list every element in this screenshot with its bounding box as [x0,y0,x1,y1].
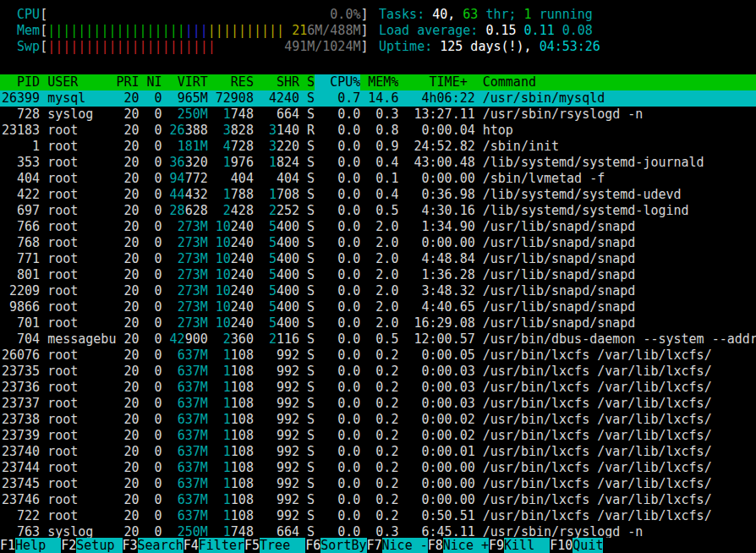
text-segment [216,39,284,54]
help-button[interactable]: F1Help [0,538,61,553]
cell-cmd: /usr/sbin/rsyslogd -n [483,107,644,123]
column-header-cpu[interactable]: CPU% [315,74,360,90]
cell-user: root [47,315,116,331]
process-row-23746[interactable]: 23746root200637M1108992S0.00.20:00.00/us… [0,492,756,508]
process-row-23738[interactable]: 23738root200637M1108992S0.00.20:00.02/us… [0,412,756,428]
cell-s: S [307,348,315,364]
process-row-23737[interactable]: 23737root200637M1108992S0.00.20:00.03/us… [0,396,756,412]
column-header-virt[interactable]: VIRT [162,74,208,90]
column-header-s[interactable]: S [307,74,315,90]
process-row-26399[interactable]: 26399mysql200965M729084240S0.714.64h06:2… [0,90,756,107]
process-row-704[interactable]: 704messagebu2004290023602116S0.00.512:00… [0,331,756,348]
text-segment: 637M [178,508,208,523]
cell-res: 10240 [208,299,254,315]
nice-minus-button[interactable]: F7Nice - [367,538,428,553]
nice-plus-button[interactable]: F8Nice + [428,538,489,553]
process-row-768[interactable]: 768root200273M102405400S0.02.00:00.00/us… [0,235,756,251]
filter-button[interactable]: F4Filter [184,538,244,553]
process-row-771[interactable]: 771root200273M102405400S0.02.04:48.84/us… [0,251,756,267]
cell-shr: 992 [254,364,299,380]
process-row-801[interactable]: 801root200273M102405400S0.02.01:36.28/us… [0,267,756,283]
process-row-23736[interactable]: 23736root200637M1108992S0.00.20:00.03/us… [0,380,756,396]
cell-user: root [47,267,116,283]
text-segment: 708 [277,187,299,202]
cell-cpu: 0.0 [315,348,360,364]
cell-pri: 20 [116,90,139,107]
column-header-pid[interactable]: PID [2,74,40,90]
sortby-button[interactable]: F6SortBy [305,538,366,553]
quit-button[interactable]: F10Quit [550,538,603,553]
text-segment: 992 [277,428,299,443]
column-header-cmd[interactable]: Command [483,74,536,90]
fkey-f4: F4 [184,538,199,553]
process-row-728[interactable]: 728syslog200250M1748664S0.00.313:27.11/u… [0,107,756,123]
text-segment: 250M [178,107,208,122]
process-row-23183[interactable]: 23183root2002638838283140R0.00.80:00.04h… [0,123,756,139]
process-row-23735[interactable]: 23735root200637M1108992S0.00.20:00.03/us… [0,364,756,380]
column-header-pri[interactable]: PRI [116,74,139,90]
cell-pri: 20 [116,267,139,283]
process-row-422[interactable]: 422root2004443217881708S0.00.40:36.98/li… [0,187,756,203]
cell-shr: 992 [254,508,299,524]
cell-user: root [47,251,116,267]
cell-s: S [307,396,315,412]
cell-pid: 23746 [2,492,40,508]
cell-shr: 664 [254,107,299,123]
memory-meter: Mem[||||||||||||||||||||||||||||||| 216M… [2,23,369,39]
cell-time: 0:00.05 [398,348,474,364]
cell-ni: 0 [140,219,162,235]
column-header-res[interactable]: RES [208,74,254,90]
text-segment: |||||||||||||||||||||| [47,39,216,54]
process-row-353[interactable]: 353root2003632019761824S0.00.443:00.48/l… [0,155,756,171]
column-header-user[interactable]: USER [47,74,116,90]
process-row-9866[interactable]: 9866root200273M102405400S0.02.04:40.65/u… [0,299,756,315]
text-segment: 1 [524,7,532,22]
process-row-722[interactable]: 722root200637M1108992S0.00.20:50.51/usr/… [0,508,756,524]
column-header-shr[interactable]: SHR [254,74,299,90]
text-segment: 491M/1024M [284,39,360,54]
process-row-23739[interactable]: 23739root200637M1108992S0.00.20:00.02/us… [0,428,756,444]
text-segment: 10 [216,251,231,266]
cell-pid: 722 [2,508,40,524]
process-row-2209[interactable]: 2209root200273M102405400S0.02.03:48.32/u… [0,283,756,299]
text-segment: 748 [231,107,254,122]
fkey-f7: F7 [367,538,382,553]
column-header-ni[interactable]: NI [140,74,162,90]
cell-mem: 2.0 [360,299,398,315]
cell-virt: 273M [162,283,208,299]
text-segment: 400 [277,267,299,282]
kill-button[interactable]: F9Kill [489,538,550,553]
process-row-404[interactable]: 404root20094772404404S0.00.10:00.00/sbin… [0,171,756,187]
setup-button[interactable]: F2Setup [61,538,122,553]
column-header-mem[interactable]: MEM% [360,74,398,90]
process-row-23745[interactable]: 23745root200637M1108992S0.00.20:00.00/us… [0,476,756,492]
text-segment: 637M [178,460,208,475]
cell-mem: 0.2 [360,460,398,476]
cell-mem: 0.2 [360,380,398,396]
process-row-1[interactable]: 1root200181M47283220S0.00.924:52.82/sbin… [0,139,756,155]
cell-shr: 992 [254,492,299,508]
text-segment: 252 [277,203,299,218]
cell-mem: 0.9 [360,139,398,155]
text-segment: 992 [277,444,299,459]
cell-virt: 637M [162,492,208,508]
text-segment: 992 [277,492,299,507]
process-row-766[interactable]: 766root200273M102405400S0.02.01:34.90/us… [0,219,756,235]
tree-button[interactable]: F5Tree [244,538,305,553]
process-row-23744[interactable]: 23744root200637M1108992S0.00.20:00.00/us… [0,460,756,476]
cell-cpu: 0.0 [315,428,360,444]
cell-s: R [307,123,315,139]
cell-s: S [307,331,315,348]
column-header-time[interactable]: TIME+ [398,74,474,90]
cell-user: root [47,283,116,299]
process-table-body: 26399mysql200965M729084240S0.714.64h06:2… [0,90,756,540]
text-segment: 240 [231,219,254,234]
cell-virt: 637M [162,476,208,492]
text-segment: 900 [185,331,208,347]
cell-cmd: /sbin/lvmetad -f [483,171,605,187]
search-button[interactable]: F3Search [123,538,184,553]
process-row-701[interactable]: 701root200273M102405400S0.02.016:29.08/u… [0,315,756,331]
process-row-23740[interactable]: 23740root200637M1108992S0.00.20:00.01/us… [0,444,756,460]
process-row-697[interactable]: 697root2002862824282252S0.00.54:30.16/li… [0,203,756,219]
process-row-26076[interactable]: 26076root200637M1108992S0.00.20:00.05/us… [0,348,756,364]
